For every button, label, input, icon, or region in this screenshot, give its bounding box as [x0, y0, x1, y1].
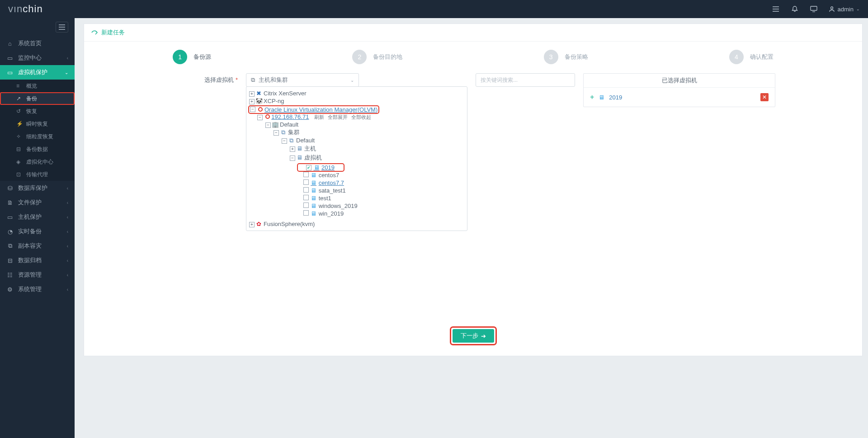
subnav-vcenter[interactable]: ◈虚拟化中心 [0, 155, 75, 168]
svg-point-5 [830, 7, 833, 9]
tree-hosts[interactable]: 🖥主机 [296, 145, 316, 153]
data-icon: ⊟ [16, 146, 23, 152]
resource-icon: ☷ [6, 272, 14, 278]
tree-expander[interactable]: + [249, 91, 255, 97]
subnav-backup[interactable]: ↗备份 [0, 92, 75, 105]
nav-host[interactable]: ▭主机保护‹ [0, 210, 75, 224]
selected-vm-name[interactable]: 2019 [609, 94, 622, 101]
expand-icon[interactable]: + [590, 93, 594, 101]
vm-view-dropdown[interactable]: ⧉ 主机和集群 ⌄ [246, 73, 359, 87]
nav-file-label: 文件保护 [18, 198, 42, 207]
tree-vm-sata[interactable]: 🖥sata_test1 [311, 187, 346, 194]
chevron-icon: ‹ [67, 229, 68, 234]
menu-toggle[interactable] [56, 22, 68, 33]
tree-expand[interactable]: 全部展开 [328, 114, 348, 120]
tree-expander[interactable]: − [250, 107, 255, 112]
tree-vm-centos77[interactable]: 🖥centos7.7 [311, 179, 344, 186]
tree-expander[interactable]: − [265, 122, 271, 128]
tree-vm-win-label: win_2019 [319, 210, 344, 217]
nav-file[interactable]: 🗎文件保护‹ [0, 195, 75, 210]
list-icon[interactable] [772, 5, 780, 13]
next-button[interactable]: 下一步 ➔ [453, 329, 494, 343]
tree-ip[interactable]: 192.168.76.71 [271, 113, 309, 120]
host-icon: 🖥 [296, 145, 302, 152]
vm-checkbox-2019[interactable] [306, 165, 311, 170]
main: 新建任务 1备份源 2备份目的地 3备份策略 4确认配置 选择虚拟机* ⧉ 主机… [75, 18, 868, 438]
tree-expander[interactable]: + [249, 99, 255, 104]
tree-dc[interactable]: 🏢Default [272, 121, 298, 128]
nav-home[interactable]: ⌂系统首页 [0, 36, 75, 51]
nav-monitor[interactable]: ▭监控中心‹ [0, 51, 75, 65]
step-1[interactable]: 1备份源 [173, 50, 211, 64]
tree-vm-win2019[interactable]: 🖥windows_2019 [311, 203, 358, 209]
tree-vm-centos7[interactable]: 🖥centos7 [311, 172, 340, 179]
nav-db-label: 数据库保护 [18, 184, 47, 192]
tree-xcp[interactable]: 🐼XCP-ng [255, 98, 284, 104]
tree-expander[interactable]: − [282, 138, 287, 144]
next-button-highlight: 下一步 ➔ [451, 328, 495, 344]
vm-checkbox[interactable] [303, 179, 309, 185]
tree-expander[interactable]: + [290, 146, 295, 152]
vm-icon: ▭ [6, 69, 14, 76]
vm-checkbox[interactable] [303, 203, 309, 208]
tree-vm-2019[interactable]: 🖥2019 [313, 164, 335, 171]
tree-refresh[interactable]: 刷新 [314, 114, 324, 120]
subnav-agent[interactable]: ⊡传输代理 [0, 168, 75, 181]
tree-cluster-default[interactable]: ⧉Default [288, 137, 315, 144]
tree-cluster-default-label: Default [296, 137, 315, 144]
nav-replica[interactable]: ⧉副本容灾‹ [0, 239, 75, 253]
step-2[interactable]: 2备份目的地 [352, 50, 402, 64]
tree-vm-test1-label: test1 [319, 195, 331, 202]
tree-vm-test1[interactable]: 🖥test1 [311, 195, 331, 202]
subnav-granular-label: 细粒度恢复 [26, 133, 53, 141]
search-input[interactable] [481, 74, 570, 86]
vm-checkbox[interactable] [303, 210, 309, 216]
share-icon: ↗ [16, 95, 23, 102]
tree-xen[interactable]: ✖Citrix XenServer [255, 90, 307, 97]
tree-fusion[interactable]: ✿FusionSphere(kvm) [255, 221, 315, 227]
chevron-icon: ‹ [67, 186, 68, 191]
monitor-icon[interactable] [810, 5, 818, 13]
chevron-icon: ‹ [67, 258, 68, 263]
vm-checkbox[interactable] [303, 195, 309, 200]
tree-vm-win[interactable]: 🖥win_2019 [311, 210, 344, 217]
nav-vm-protect[interactable]: ▭虚拟机保护⌄ [0, 65, 75, 80]
bell-icon[interactable] [791, 5, 799, 13]
nav-home-label: 系统首页 [18, 39, 42, 47]
nav-system[interactable]: ⚙系统管理‹ [0, 282, 75, 297]
tree-collapse[interactable]: 全部收起 [351, 114, 371, 120]
tree-expander[interactable]: + [249, 222, 255, 227]
vm-checkbox[interactable] [303, 172, 309, 177]
subnav-data[interactable]: ⊟备份数据 [0, 143, 75, 155]
subnav-restore[interactable]: ↺恢复 [0, 105, 75, 118]
subnav-overview[interactable]: ≡概览 [0, 80, 75, 92]
vm-tree: +✖Citrix XenServer +🐼XCP-ng − Oracle Lin… [246, 86, 467, 231]
nav-db[interactable]: ⛁数据库保护‹ [0, 181, 75, 195]
tree-clusters-label: 集群 [288, 128, 300, 137]
tree-ip-label: 192.168.76.71 [271, 113, 309, 120]
chevron-icon: ‹ [67, 56, 68, 61]
tree-expander[interactable]: − [257, 115, 263, 120]
nav-realtime[interactable]: ◔实时备份‹ [0, 224, 75, 239]
vm-icon: 🖥 [313, 164, 320, 171]
tree-olvm[interactable]: Oracle Linux Virtualization Manager(OLVM… [264, 106, 377, 113]
step-3[interactable]: 3备份策略 [544, 50, 588, 64]
vm-checkbox[interactable] [303, 187, 309, 193]
search-input-wrap[interactable] [476, 73, 575, 87]
nav-resource[interactable]: ☷资源管理‹ [0, 268, 75, 282]
tree-expander[interactable]: − [290, 155, 295, 161]
archive-icon: ⊟ [6, 257, 14, 264]
remove-vm-button[interactable]: ✕ [760, 93, 769, 101]
tree-vms[interactable]: 🖥虚拟机 [296, 154, 322, 162]
step-4[interactable]: 4确认配置 [729, 50, 774, 64]
nav-archive[interactable]: ⊟数据归档‹ [0, 253, 75, 268]
subnav-granular[interactable]: ✧细粒度恢复 [0, 130, 75, 143]
tree-expander[interactable]: − [274, 130, 279, 136]
subnav-vcenter-label: 虚拟化中心 [26, 158, 53, 166]
subnav-instant[interactable]: ⚡瞬时恢复 [0, 118, 75, 130]
step-2-label: 备份目的地 [373, 53, 402, 61]
nav-resource-label: 资源管理 [18, 271, 42, 279]
user-menu[interactable]: admin ⌄ [829, 6, 860, 13]
overview-icon: ≡ [16, 83, 23, 89]
tree-clusters[interactable]: ⧉集群 [280, 128, 300, 137]
